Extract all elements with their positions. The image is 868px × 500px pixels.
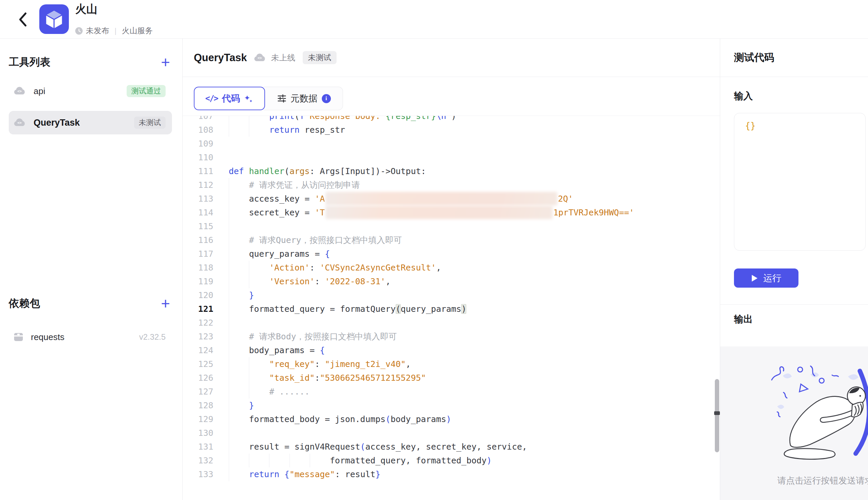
scrollbar-position-marker	[714, 411, 720, 415]
back-button[interactable]	[18, 11, 29, 28]
tools-title: 工具列表	[9, 55, 50, 69]
code-line[interactable]: 132 formatted_query, formatted_body)	[183, 454, 720, 467]
code-line[interactable]: 107 print(f'Response body: {resp_str}\n'…	[183, 116, 720, 123]
svg-text:<>: <>	[17, 121, 22, 125]
line-number: 131	[183, 440, 213, 454]
code-line[interactable]: 128 }	[183, 398, 720, 412]
test-panel-header: 测试代码	[720, 39, 868, 77]
output-section: 输出	[720, 305, 868, 500]
tab-bar: </> 代码 ✦✦ 元数据 i	[183, 77, 720, 116]
line-number: 123	[183, 330, 213, 343]
dependency-item-requests[interactable]: requests v2.32.5	[9, 328, 172, 346]
app-logo-icon	[39, 4, 69, 34]
line-number: 132	[183, 454, 213, 467]
test-panel-title: 测试代码	[734, 51, 774, 65]
line-number: 117	[183, 247, 213, 261]
clock-icon	[75, 27, 83, 35]
add-dependency-button[interactable]: +	[159, 297, 172, 310]
code-line[interactable]: 118 'Action': 'CVSync2AsyncGetResult',	[183, 261, 720, 274]
code-editor[interactable]: 107 print(f'Response body: {resp_str}\n'…	[183, 116, 720, 500]
deps-title: 依赖包	[9, 296, 40, 310]
subtitle-divider: |	[115, 26, 117, 35]
run-button-label: 运行	[763, 272, 781, 284]
code-line[interactable]: 127 # ......	[183, 385, 720, 398]
line-number: 128	[183, 398, 213, 412]
info-icon[interactable]: i	[322, 94, 331, 103]
code-line[interactable]: 115	[183, 219, 720, 233]
back-chevron-icon	[18, 11, 29, 28]
empty-state-illustration	[767, 362, 868, 466]
tools-section-header: 工具列表 +	[9, 54, 172, 70]
code-line[interactable]: 124 body_params = {	[183, 343, 720, 357]
empty-state-hint: 请点击运行按钮发送请求	[777, 475, 868, 487]
app-title: 火山	[75, 3, 97, 15]
code-line[interactable]: 121 formatted_query = formatQuery(query_…	[183, 302, 720, 316]
code-line[interactable]: 120 }	[183, 288, 720, 302]
sliders-icon	[277, 94, 287, 103]
line-number: 121	[183, 302, 213, 316]
add-tool-button[interactable]: +	[159, 55, 172, 69]
tab-code[interactable]: </> 代码 ✦✦	[194, 87, 265, 110]
code-line[interactable]: 111def handler(args: Args[Input])->Outpu…	[183, 164, 720, 178]
tab-metadata[interactable]: 元数据 i	[264, 87, 343, 110]
run-button[interactable]: 运行	[734, 269, 798, 288]
code-line[interactable]: 123 # 请求Body，按照接口文档中填入即可	[183, 330, 720, 343]
package-icon	[13, 332, 24, 342]
code-line[interactable]: 122	[183, 316, 720, 330]
line-number: 130	[183, 426, 213, 440]
code-scrollbar-thumb[interactable]	[715, 379, 719, 452]
line-number: 112	[183, 178, 213, 192]
test-input-value: {}	[745, 121, 755, 131]
sidebar-item-api[interactable]: <> api 测试通过	[9, 81, 172, 102]
sparkle-icon: ✦✦	[244, 94, 254, 102]
line-number: 115	[183, 219, 213, 233]
code-line[interactable]: 112 # 请求凭证，从访问控制申请	[183, 178, 720, 192]
play-icon	[751, 274, 758, 282]
code-line[interactable]: 108 return resp_str	[183, 123, 720, 137]
code-line[interactable]: 126 "task_id":"5306625465712155295"	[183, 371, 720, 385]
line-number: 116	[183, 233, 213, 247]
tool-status-badge: 测试通过	[127, 85, 166, 97]
cloud-code-icon: <>	[254, 53, 266, 62]
line-number: 118	[183, 261, 213, 274]
tool-name: QueryTask	[34, 117, 134, 128]
code-line[interactable]: 130	[183, 426, 720, 440]
code-lines: 107 print(f'Response body: {resp_str}\n'…	[183, 116, 720, 481]
cloud-code-icon: <>	[13, 118, 26, 127]
svg-text:<>: <>	[257, 56, 262, 60]
code-line[interactable]: 114 secret_key = 'T1prTVRJek9HWQ=='	[183, 206, 720, 219]
line-number: 111	[183, 164, 213, 178]
dependency-name: requests	[31, 332, 139, 342]
line-number: 110	[183, 150, 213, 164]
line-number: 126	[183, 371, 213, 385]
test-input-editor[interactable]: {}	[734, 113, 866, 251]
code-line[interactable]: 110	[183, 150, 720, 164]
test-panel: 测试代码 输入 {} 运行 输出	[720, 39, 868, 500]
line-number: 125	[183, 357, 213, 371]
tool-title: QueryTask	[194, 52, 247, 64]
tab-code-label: 代码	[222, 92, 240, 104]
line-number: 129	[183, 412, 213, 426]
code-line[interactable]: 125 "req_key": "jimeng_t2i_v40",	[183, 357, 720, 371]
code-icon: </>	[205, 94, 218, 103]
sidebar-item-querytask[interactable]: <> QueryTask 未测试	[9, 111, 172, 134]
app-header: 火山 未发布 | 火山服务	[0, 0, 868, 39]
line-number: 109	[183, 137, 213, 150]
input-label: 输入	[734, 90, 753, 102]
deps-section-header: 依赖包 +	[9, 295, 172, 312]
sidebar: 工具列表 + <> api 测试通过 <> QueryTask 未测试 依赖包 …	[0, 39, 183, 500]
code-line[interactable]: 131 result = signV4Request(access_key, s…	[183, 440, 720, 454]
code-line[interactable]: 133 return {"message": result}	[183, 467, 720, 481]
service-type: 火山服务	[122, 25, 153, 36]
tool-status-badge: 未测试	[134, 117, 166, 129]
code-line[interactable]: 117 query_params = {	[183, 247, 720, 261]
tab-metadata-label: 元数据	[291, 92, 318, 104]
code-line[interactable]: 109	[183, 137, 720, 150]
redacted-secret	[325, 206, 553, 219]
line-number: 122	[183, 316, 213, 330]
code-line[interactable]: 113 access_key = 'A2Q'	[183, 192, 720, 206]
code-line[interactable]: 119 'Version': '2022-08-31',	[183, 274, 720, 288]
code-line[interactable]: 116 # 请求Query，按照接口文档中填入即可	[183, 233, 720, 247]
line-number: 124	[183, 343, 213, 357]
code-line[interactable]: 129 formatted_body = json.dumps(body_par…	[183, 412, 720, 426]
